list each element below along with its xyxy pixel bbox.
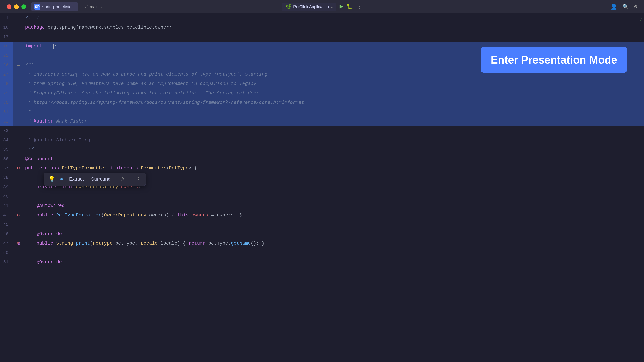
table-row: 46 @Override <box>0 229 644 239</box>
run-config-chevron-icon: ⌄ <box>331 5 333 9</box>
inspect-icon[interactable]: ● <box>60 176 63 182</box>
table-row: 33 <box>0 126 644 135</box>
branch-chevron-icon: ⌄ <box>100 5 103 9</box>
table-row: 31 * <box>0 107 644 117</box>
list-action[interactable]: ≡ <box>129 176 132 182</box>
table-row: 28 * from Spring 3.0, Formatters have co… <box>0 79 644 88</box>
table-row: 37 ⊘ public class PetTypeFormatter imple… <box>0 164 644 173</box>
run-config-dropdown[interactable]: 🌿 PetClinicApplication ⌄ <box>282 2 336 11</box>
editor-content[interactable]: 1 /.../ 16 package org.springframework.s… <box>0 13 644 362</box>
traffic-light-minimize[interactable] <box>14 4 19 9</box>
gutter-run-icon3[interactable]: ⊘ <box>17 239 20 248</box>
run-config-name: PetClinicApplication <box>293 4 329 9</box>
profile-icon[interactable]: 👤 <box>611 3 617 10</box>
search-icon[interactable]: 🔍 <box>622 3 629 10</box>
comment-action[interactable]: // <box>122 176 124 182</box>
branch-icon: ⎇ <box>83 4 88 9</box>
table-row: 35 */ <box>0 145 644 154</box>
more-action[interactable]: ⋮ <box>136 176 141 182</box>
editor-area: 1 /.../ 16 package org.springframework.s… <box>0 13 644 362</box>
surround-button[interactable]: Surround <box>90 176 112 183</box>
settings-icon[interactable]: ⚙ <box>634 3 637 10</box>
title-bar-left: SP spring-petclinic ⌄ ⎇ main ⌄ <box>7 2 103 11</box>
debug-button[interactable]: 🐛 <box>346 3 353 10</box>
table-row: 30 * https://docs.spring.io/spring-frame… <box>0 98 644 107</box>
table-row: 51 @Override <box>0 257 644 267</box>
project-icon: SP <box>34 4 40 10</box>
branch-badge[interactable]: ⎇ main ⌄ <box>83 4 103 9</box>
run-button[interactable]: ▶ <box>340 4 343 10</box>
table-row: 45 <box>0 220 644 229</box>
extract-button[interactable]: Extract <box>68 176 85 183</box>
project-badge[interactable]: SP spring-petclinic ⌄ <box>31 2 78 11</box>
gutter-list-icon[interactable]: ≡ <box>17 60 20 70</box>
table-row: 17 <box>0 32 644 41</box>
table-row: 16 package org.springframework.samples.p… <box>0 23 644 32</box>
traffic-light-fullscreen[interactable] <box>22 4 26 9</box>
context-action-popup: 💡 ● Extract Surround // ≡ ⋮ <box>44 173 146 186</box>
traffic-lights <box>7 4 26 9</box>
gutter-run-icon[interactable]: ⊘ <box>17 164 20 173</box>
more-options-button[interactable]: ⋮ <box>356 3 362 10</box>
presentation-mode-badge[interactable]: Enter Presentation Mode <box>481 47 627 73</box>
title-bar-right: 👤 🔍 ⚙ <box>611 3 637 10</box>
traffic-light-close[interactable] <box>7 4 12 9</box>
table-row: 47 ⊘ @ public String print(PetType petTy… <box>0 239 644 248</box>
popup-divider <box>116 176 117 182</box>
table-row: 50 <box>0 248 644 257</box>
project-chevron-icon: ⌄ <box>73 5 75 9</box>
table-row: 41 @Autowired <box>0 201 644 211</box>
table-row: 1 /.../ <box>0 13 644 23</box>
table-row: 34 * @author Alehsei Iorg <box>0 135 644 145</box>
table-row: 40 <box>0 192 644 201</box>
title-bar-center: 🌿 PetClinicApplication ⌄ ▶ 🐛 ⋮ <box>282 2 362 11</box>
run-config-app-icon: 🌿 <box>286 4 291 9</box>
title-bar: SP spring-petclinic ⌄ ⎇ main ⌄ 🌿 PetClin… <box>0 0 644 13</box>
table-row: 32 * @author Mark Fisher <box>0 117 644 126</box>
branch-name: main <box>90 4 98 9</box>
table-row: 29 * PropertyEditors. See the following … <box>0 88 644 98</box>
project-name: spring-petclinic <box>42 4 71 9</box>
table-row: 36 @Component <box>0 154 644 164</box>
lightbulb-icon[interactable]: 💡 <box>48 176 55 183</box>
right-edge-checkmark: ✓ <box>640 17 642 22</box>
gutter-run-icon2[interactable]: ⊘ <box>17 211 20 220</box>
table-row: 42 ⊘ public PetTypeFormatter(OwnerReposi… <box>0 211 644 220</box>
